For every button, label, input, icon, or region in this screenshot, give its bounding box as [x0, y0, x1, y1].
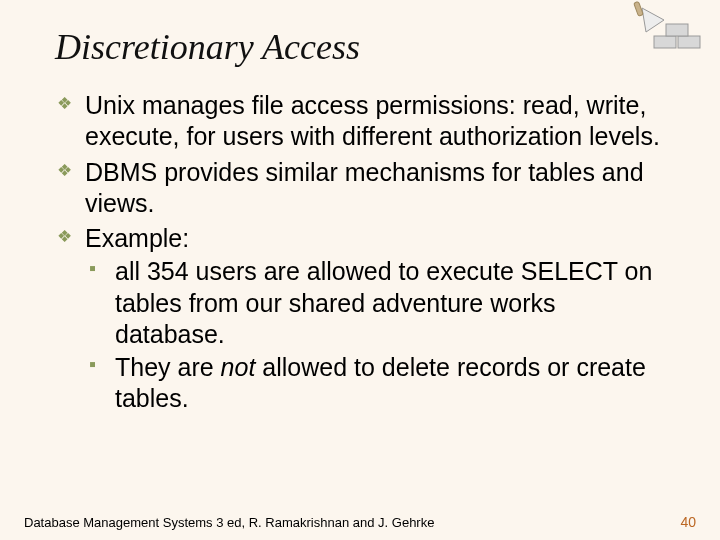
bullet-text: Unix manages file access permissions: re…	[85, 91, 660, 150]
sub-bullet-text: all 354 users are allowed to execute SEL…	[115, 257, 652, 348]
trowel-bricks-icon	[624, 0, 704, 62]
sub-bullet-item: They are not allowed to delete records o…	[85, 352, 665, 415]
bullet-list: Unix manages file access permissions: re…	[55, 90, 665, 415]
bullet-item: Example: all 354 users are allowed to ex…	[55, 223, 665, 415]
svg-rect-0	[654, 36, 676, 48]
bullet-item: Unix manages file access permissions: re…	[55, 90, 665, 153]
bullet-text: Example:	[85, 224, 189, 252]
footer: Database Management Systems 3 ed, R. Ram…	[24, 514, 696, 530]
sub-bullet-list: all 354 users are allowed to execute SEL…	[85, 256, 665, 414]
sub-bullet-item: all 354 users are allowed to execute SEL…	[85, 256, 665, 350]
bullet-item: DBMS provides similar mechanisms for tab…	[55, 157, 665, 220]
svg-rect-2	[666, 24, 688, 36]
svg-rect-1	[678, 36, 700, 48]
slide-title: Discretionary Access	[55, 26, 665, 68]
svg-marker-3	[642, 8, 664, 32]
sub-bullet-pre: They are	[115, 353, 221, 381]
bullet-text: DBMS provides similar mechanisms for tab…	[85, 158, 644, 217]
footer-text: Database Management Systems 3 ed, R. Ram…	[24, 515, 434, 530]
sub-bullet-em: not	[221, 353, 256, 381]
page-number: 40	[680, 514, 696, 530]
